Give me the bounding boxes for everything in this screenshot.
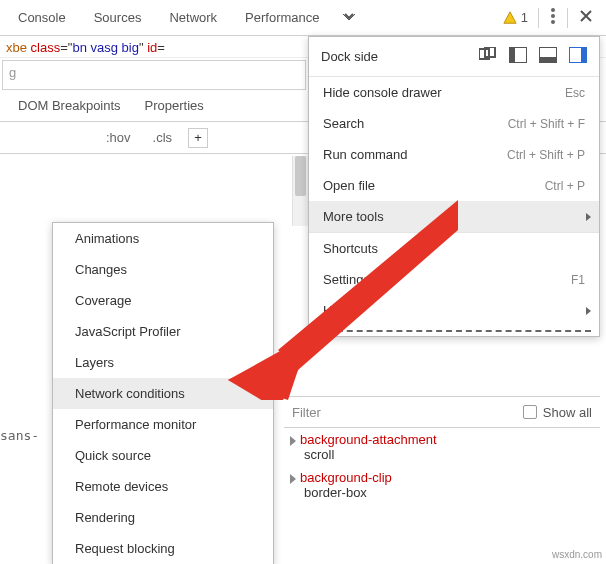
tab-console[interactable]: Console <box>4 2 80 33</box>
menu-label: Quick source <box>75 448 151 463</box>
css-property: background-clip <box>300 470 392 485</box>
menu-settings[interactable]: Settings F1 <box>309 264 599 295</box>
submenu-request-blocking[interactable]: Request blocking <box>53 533 273 564</box>
separator <box>567 8 568 28</box>
menu-label: Hide console drawer <box>323 85 442 100</box>
warning-count: 1 <box>521 10 528 25</box>
dock-undock-icon[interactable] <box>479 47 497 66</box>
show-all-toggle[interactable]: Show all <box>523 405 592 420</box>
dock-left-icon[interactable] <box>509 47 527 66</box>
menu-label: Help <box>323 303 350 318</box>
menu-label: Shortcuts <box>323 241 378 256</box>
css-value: border-box <box>304 485 594 500</box>
svg-point-2 <box>551 20 555 24</box>
menu-dashed-separator <box>317 330 591 332</box>
code-token: class <box>31 40 61 55</box>
menu-label: Remote devices <box>75 479 168 494</box>
close-icon[interactable] <box>570 6 602 29</box>
submenu-changes[interactable]: Changes <box>53 254 273 285</box>
computed-styles-panel: Filter Show all background-attachment sc… <box>284 396 600 504</box>
code-token: xbe <box>6 40 31 55</box>
scrollbar[interactable] <box>292 156 308 226</box>
menu-help[interactable]: Help <box>309 295 599 326</box>
menu-label: Changes <box>75 262 127 277</box>
chevron-right-icon <box>586 307 591 315</box>
css-value: scroll <box>304 447 594 462</box>
dock-side-row: Dock side <box>309 37 599 76</box>
devtools-tabbar: Console Sources Network Performance 1 <box>0 0 606 36</box>
menu-hint: F1 <box>571 273 585 287</box>
submenu-network-conditions[interactable]: Network conditions <box>53 378 273 409</box>
menu-label: Rendering <box>75 510 135 525</box>
submenu-animations[interactable]: Animations <box>53 223 273 254</box>
menu-label: Animations <box>75 231 139 246</box>
css-property: background-attachment <box>300 432 437 447</box>
submenu-coverage[interactable]: Coverage <box>53 285 273 316</box>
menu-hint: Esc <box>565 86 585 100</box>
chevron-right-icon <box>586 213 591 221</box>
submenu-performance-monitor[interactable]: Performance monitor <box>53 409 273 440</box>
menu-hide-console-drawer[interactable]: Hide console drawer Esc <box>309 77 599 108</box>
kebab-menu-icon[interactable] <box>541 4 565 31</box>
separator <box>538 8 539 28</box>
scrollbar-thumb[interactable] <box>295 156 306 196</box>
svg-rect-6 <box>509 47 515 63</box>
css-rule[interactable]: background-clip border-box <box>284 466 600 504</box>
svg-rect-10 <box>581 47 587 63</box>
submenu-layers[interactable]: Layers <box>53 347 273 378</box>
menu-hint: Ctrl + P <box>545 179 585 193</box>
menu-hint: Ctrl + Shift + F <box>508 117 585 131</box>
menu-label: Performance monitor <box>75 417 196 432</box>
menu-label: Run command <box>323 147 408 162</box>
menu-more-tools[interactable]: More tools <box>309 201 599 232</box>
checkbox-icon[interactable] <box>523 405 537 419</box>
svg-point-1 <box>551 14 555 18</box>
new-style-rule-button[interactable]: + <box>188 128 208 148</box>
dock-bottom-icon[interactable] <box>539 47 557 66</box>
menu-label: Layers <box>75 355 114 370</box>
subtab-dom-breakpoints[interactable]: DOM Breakpoints <box>6 92 133 119</box>
filter-input[interactable]: Filter <box>292 405 321 420</box>
expand-triangle-icon[interactable] <box>290 474 296 484</box>
code-token: bn vasg big <box>72 40 139 55</box>
menu-search[interactable]: Search Ctrl + Shift + F <box>309 108 599 139</box>
dock-side-label: Dock side <box>321 49 378 64</box>
submenu-remote-devices[interactable]: Remote devices <box>53 471 273 502</box>
menu-run-command[interactable]: Run command Ctrl + Shift + P <box>309 139 599 170</box>
menu-label: Settings <box>323 272 370 287</box>
menu-label: Search <box>323 116 364 131</box>
menu-hint: Ctrl + Shift + P <box>507 148 585 162</box>
menu-label: JavaScript Profiler <box>75 324 180 339</box>
menu-label: More tools <box>323 209 384 224</box>
input-row[interactable]: g <box>2 60 306 90</box>
submenu-javascript-profiler[interactable]: JavaScript Profiler <box>53 316 273 347</box>
tab-sources[interactable]: Sources <box>80 2 156 33</box>
code-token: id <box>147 40 157 55</box>
tab-performance[interactable]: Performance <box>231 2 333 33</box>
submenu-rendering[interactable]: Rendering <box>53 502 273 533</box>
code-token: " <box>139 40 147 55</box>
tab-network[interactable]: Network <box>155 2 231 33</box>
filter-row: Filter Show all <box>284 396 600 428</box>
code-token: =" <box>60 40 72 55</box>
tabs-overflow-icon[interactable] <box>334 1 364 34</box>
submenu-quick-source[interactable]: Quick source <box>53 440 273 471</box>
more-tools-submenu: Animations Changes Coverage JavaScript P… <box>52 222 274 564</box>
subtab-properties[interactable]: Properties <box>133 92 216 119</box>
menu-label: Request blocking <box>75 541 175 556</box>
menu-shortcuts[interactable]: Shortcuts <box>309 233 599 264</box>
menu-label: Network conditions <box>75 386 185 401</box>
dock-right-icon[interactable] <box>569 47 587 66</box>
svg-rect-8 <box>539 57 557 63</box>
menu-open-file[interactable]: Open file Ctrl + P <box>309 170 599 201</box>
warning-indicator[interactable]: 1 <box>495 10 536 25</box>
code-token: = <box>157 40 165 55</box>
show-all-label: Show all <box>543 405 592 420</box>
hov-toggle[interactable]: :hov <box>100 128 137 147</box>
cls-toggle[interactable]: .cls <box>147 128 179 147</box>
watermark: wsxdn.com <box>552 549 602 560</box>
menu-label: Coverage <box>75 293 131 308</box>
css-rule[interactable]: background-attachment scroll <box>284 428 600 466</box>
expand-triangle-icon[interactable] <box>290 436 296 446</box>
left-fragment: sans- <box>0 428 39 443</box>
